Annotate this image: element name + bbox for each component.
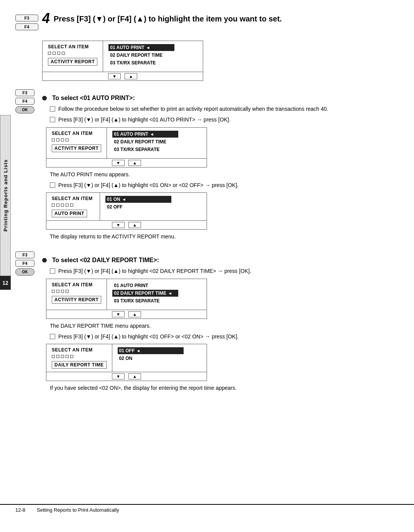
- sidebar-tab: Printing Reports and Lists: [0, 115, 11, 276]
- instruction-daily-2: Press [F3] (▼) or [F4] (▲) to highlight …: [50, 333, 402, 341]
- section-auto-print: F3 F4 OK To select <01 AUTO PRINT>: Foll…: [15, 88, 402, 244]
- page-badge: 12: [0, 276, 11, 290]
- lcd-left-label-top: SELECT AN ITEM: [48, 44, 97, 49]
- instruction-auto-print-2: Press [F3] (▼) or [F4] (▲) to highlight …: [50, 116, 402, 124]
- instruction-daily-1: Press [F3] (▼) or [F4] (▲) to highlight …: [50, 268, 402, 275]
- ok-key-s1: OK: [15, 106, 34, 113]
- note-auto-print-1: The AUTO PRINT menu appears.: [50, 171, 402, 179]
- menu-item-top-2: 02 DAILY REPORT TIME: [108, 52, 174, 59]
- f3-key-s1: F3: [15, 89, 34, 96]
- menu-item-top-1: 01 AUTO PRINT ◄: [108, 44, 174, 51]
- step-text: Press [F3] (▼) or [F4] (▲) to highlight …: [54, 11, 282, 24]
- f4-key-top: F4: [15, 23, 38, 30]
- f4-key-s2: F4: [15, 260, 34, 267]
- step-number: 4: [42, 11, 50, 25]
- screen-daily-2: SELECT AN ITEM DAILY REPORT TIME 01 OFF …: [46, 344, 402, 381]
- section-title-auto-print: To select <01 AUTO PRINT>:: [42, 95, 402, 102]
- chapter-ref: Setting Reports to Print Automatically: [37, 507, 119, 513]
- lcd-sub-label-top: ACTIVITY REPORT: [48, 58, 97, 66]
- lcd-dots-top: [48, 52, 97, 55]
- screen-daily-1: SELECT AN ITEM ACTIVITY REPORT 01 AUTO P…: [46, 279, 402, 319]
- note-daily-2: If you have selected <02 ON>, the displa…: [50, 384, 402, 392]
- section-daily-report: F3 F4 OK To select <02 DAILY REPORT TIME…: [15, 250, 402, 395]
- lcd-arrows-top: ▼ ▲: [43, 72, 203, 80]
- top-screen: SELECT AN ITEM ACTIVITY REPORT 01 AUTO P…: [42, 41, 203, 81]
- screen-auto-print-2: SELECT AN ITEM AUTO PRINT 01 ON ◄ 02 OFF: [46, 192, 402, 230]
- screen-auto-print-1: SELECT AN ITEM ACTIVITY REPORT 01 AUTO P…: [46, 127, 402, 167]
- note-auto-print-2: The display returns to the ACTIVITY REPO…: [50, 233, 402, 241]
- instruction-auto-print-1: Follow the procedure below to set whethe…: [50, 105, 402, 113]
- f3-key-s2: F3: [15, 251, 34, 258]
- instruction-auto-print-3: Press [F3] (▼) or [F4] (▲) to highlight …: [50, 182, 402, 189]
- note-daily-1: The DAILY REPORT TIME menu appears.: [50, 322, 402, 330]
- sidebar-label: Printing Reports and Lists: [3, 159, 8, 232]
- f3-key-top: F3: [15, 15, 38, 21]
- f4-key-s1: F4: [15, 98, 34, 105]
- lcd-right-top: 01 AUTO PRINT ◄ 02 DAILY REPORT TIME 03 …: [103, 41, 180, 72]
- bottom-bar: 12-8 Setting Reports to Print Automatica…: [0, 504, 414, 513]
- section-title-daily-report: To select <02 DAILY REPORT TIME>:: [42, 257, 402, 264]
- menu-item-top-3: 03 TX/RX SEPARATE: [108, 59, 174, 66]
- ok-key-s2: OK: [15, 268, 34, 276]
- page-ref: 12-8: [15, 507, 25, 513]
